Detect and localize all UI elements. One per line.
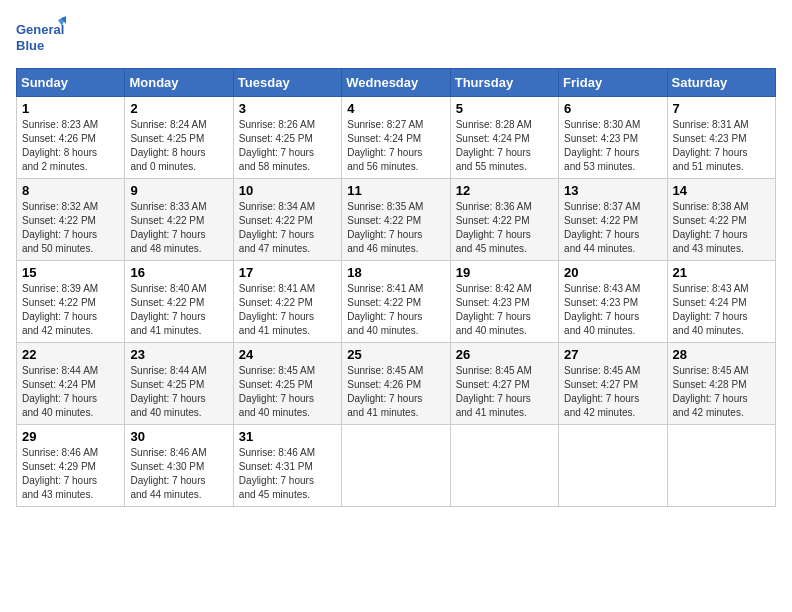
day-number: 27 xyxy=(564,347,661,362)
weekday-header: Thursday xyxy=(450,69,558,97)
calendar-cell: 16Sunrise: 8:40 AMSunset: 4:22 PMDayligh… xyxy=(125,261,233,343)
day-number: 16 xyxy=(130,265,227,280)
calendar-week-row: 8Sunrise: 8:32 AMSunset: 4:22 PMDaylight… xyxy=(17,179,776,261)
calendar-cell: 11Sunrise: 8:35 AMSunset: 4:22 PMDayligh… xyxy=(342,179,450,261)
calendar-cell: 20Sunrise: 8:43 AMSunset: 4:23 PMDayligh… xyxy=(559,261,667,343)
day-info: Sunrise: 8:31 AMSunset: 4:23 PMDaylight:… xyxy=(673,119,749,172)
calendar-cell: 7Sunrise: 8:31 AMSunset: 4:23 PMDaylight… xyxy=(667,97,775,179)
day-info: Sunrise: 8:46 AMSunset: 4:30 PMDaylight:… xyxy=(130,447,206,500)
calendar-cell: 4Sunrise: 8:27 AMSunset: 4:24 PMDaylight… xyxy=(342,97,450,179)
day-info: Sunrise: 8:37 AMSunset: 4:22 PMDaylight:… xyxy=(564,201,640,254)
day-info: Sunrise: 8:27 AMSunset: 4:24 PMDaylight:… xyxy=(347,119,423,172)
day-info: Sunrise: 8:26 AMSunset: 4:25 PMDaylight:… xyxy=(239,119,315,172)
day-info: Sunrise: 8:28 AMSunset: 4:24 PMDaylight:… xyxy=(456,119,532,172)
svg-text:General: General xyxy=(16,22,64,37)
logo-icon: General Blue xyxy=(16,16,66,60)
calendar-cell: 8Sunrise: 8:32 AMSunset: 4:22 PMDaylight… xyxy=(17,179,125,261)
calendar-week-row: 1Sunrise: 8:23 AMSunset: 4:26 PMDaylight… xyxy=(17,97,776,179)
day-number: 21 xyxy=(673,265,770,280)
day-info: Sunrise: 8:39 AMSunset: 4:22 PMDaylight:… xyxy=(22,283,98,336)
day-number: 8 xyxy=(22,183,119,198)
day-info: Sunrise: 8:36 AMSunset: 4:22 PMDaylight:… xyxy=(456,201,532,254)
calendar-cell: 30Sunrise: 8:46 AMSunset: 4:30 PMDayligh… xyxy=(125,425,233,507)
day-number: 9 xyxy=(130,183,227,198)
calendar-cell: 2Sunrise: 8:24 AMSunset: 4:25 PMDaylight… xyxy=(125,97,233,179)
day-info: Sunrise: 8:43 AMSunset: 4:24 PMDaylight:… xyxy=(673,283,749,336)
page-header: General Blue xyxy=(16,16,776,60)
day-number: 29 xyxy=(22,429,119,444)
weekday-header: Tuesday xyxy=(233,69,341,97)
day-number: 23 xyxy=(130,347,227,362)
day-info: Sunrise: 8:35 AMSunset: 4:22 PMDaylight:… xyxy=(347,201,423,254)
day-number: 11 xyxy=(347,183,444,198)
calendar-week-row: 29Sunrise: 8:46 AMSunset: 4:29 PMDayligh… xyxy=(17,425,776,507)
day-info: Sunrise: 8:42 AMSunset: 4:23 PMDaylight:… xyxy=(456,283,532,336)
day-number: 1 xyxy=(22,101,119,116)
calendar-cell xyxy=(342,425,450,507)
day-info: Sunrise: 8:41 AMSunset: 4:22 PMDaylight:… xyxy=(239,283,315,336)
calendar-cell: 13Sunrise: 8:37 AMSunset: 4:22 PMDayligh… xyxy=(559,179,667,261)
calendar-cell: 1Sunrise: 8:23 AMSunset: 4:26 PMDaylight… xyxy=(17,97,125,179)
calendar-cell: 10Sunrise: 8:34 AMSunset: 4:22 PMDayligh… xyxy=(233,179,341,261)
day-number: 22 xyxy=(22,347,119,362)
calendar-cell: 3Sunrise: 8:26 AMSunset: 4:25 PMDaylight… xyxy=(233,97,341,179)
day-number: 4 xyxy=(347,101,444,116)
calendar-cell: 26Sunrise: 8:45 AMSunset: 4:27 PMDayligh… xyxy=(450,343,558,425)
calendar-cell: 27Sunrise: 8:45 AMSunset: 4:27 PMDayligh… xyxy=(559,343,667,425)
weekday-header: Sunday xyxy=(17,69,125,97)
day-number: 3 xyxy=(239,101,336,116)
day-info: Sunrise: 8:24 AMSunset: 4:25 PMDaylight:… xyxy=(130,119,206,172)
day-number: 14 xyxy=(673,183,770,198)
weekday-header: Friday xyxy=(559,69,667,97)
day-number: 28 xyxy=(673,347,770,362)
day-info: Sunrise: 8:45 AMSunset: 4:26 PMDaylight:… xyxy=(347,365,423,418)
calendar-cell: 21Sunrise: 8:43 AMSunset: 4:24 PMDayligh… xyxy=(667,261,775,343)
day-number: 7 xyxy=(673,101,770,116)
calendar-table: SundayMondayTuesdayWednesdayThursdayFrid… xyxy=(16,68,776,507)
calendar-cell: 12Sunrise: 8:36 AMSunset: 4:22 PMDayligh… xyxy=(450,179,558,261)
day-number: 31 xyxy=(239,429,336,444)
logo: General Blue xyxy=(16,16,66,60)
day-number: 25 xyxy=(347,347,444,362)
day-info: Sunrise: 8:45 AMSunset: 4:28 PMDaylight:… xyxy=(673,365,749,418)
calendar-cell: 23Sunrise: 8:44 AMSunset: 4:25 PMDayligh… xyxy=(125,343,233,425)
day-number: 13 xyxy=(564,183,661,198)
day-number: 2 xyxy=(130,101,227,116)
calendar-cell: 14Sunrise: 8:38 AMSunset: 4:22 PMDayligh… xyxy=(667,179,775,261)
calendar-cell: 31Sunrise: 8:46 AMSunset: 4:31 PMDayligh… xyxy=(233,425,341,507)
day-info: Sunrise: 8:41 AMSunset: 4:22 PMDaylight:… xyxy=(347,283,423,336)
day-number: 6 xyxy=(564,101,661,116)
day-info: Sunrise: 8:44 AMSunset: 4:25 PMDaylight:… xyxy=(130,365,206,418)
calendar-week-row: 22Sunrise: 8:44 AMSunset: 4:24 PMDayligh… xyxy=(17,343,776,425)
calendar-cell: 22Sunrise: 8:44 AMSunset: 4:24 PMDayligh… xyxy=(17,343,125,425)
day-info: Sunrise: 8:38 AMSunset: 4:22 PMDaylight:… xyxy=(673,201,749,254)
calendar-cell xyxy=(667,425,775,507)
day-number: 26 xyxy=(456,347,553,362)
calendar-cell xyxy=(450,425,558,507)
day-info: Sunrise: 8:40 AMSunset: 4:22 PMDaylight:… xyxy=(130,283,206,336)
weekday-header: Saturday xyxy=(667,69,775,97)
day-info: Sunrise: 8:23 AMSunset: 4:26 PMDaylight:… xyxy=(22,119,98,172)
day-info: Sunrise: 8:34 AMSunset: 4:22 PMDaylight:… xyxy=(239,201,315,254)
day-number: 15 xyxy=(22,265,119,280)
calendar-cell: 19Sunrise: 8:42 AMSunset: 4:23 PMDayligh… xyxy=(450,261,558,343)
calendar-cell: 6Sunrise: 8:30 AMSunset: 4:23 PMDaylight… xyxy=(559,97,667,179)
day-info: Sunrise: 8:46 AMSunset: 4:31 PMDaylight:… xyxy=(239,447,315,500)
day-number: 18 xyxy=(347,265,444,280)
weekday-header: Monday xyxy=(125,69,233,97)
calendar-cell: 9Sunrise: 8:33 AMSunset: 4:22 PMDaylight… xyxy=(125,179,233,261)
calendar-week-row: 15Sunrise: 8:39 AMSunset: 4:22 PMDayligh… xyxy=(17,261,776,343)
day-number: 12 xyxy=(456,183,553,198)
calendar-cell: 15Sunrise: 8:39 AMSunset: 4:22 PMDayligh… xyxy=(17,261,125,343)
day-number: 30 xyxy=(130,429,227,444)
day-info: Sunrise: 8:45 AMSunset: 4:25 PMDaylight:… xyxy=(239,365,315,418)
calendar-cell: 25Sunrise: 8:45 AMSunset: 4:26 PMDayligh… xyxy=(342,343,450,425)
calendar-cell: 24Sunrise: 8:45 AMSunset: 4:25 PMDayligh… xyxy=(233,343,341,425)
day-number: 10 xyxy=(239,183,336,198)
svg-text:Blue: Blue xyxy=(16,38,44,53)
weekday-header: Wednesday xyxy=(342,69,450,97)
weekday-header-row: SundayMondayTuesdayWednesdayThursdayFrid… xyxy=(17,69,776,97)
day-info: Sunrise: 8:32 AMSunset: 4:22 PMDaylight:… xyxy=(22,201,98,254)
calendar-cell xyxy=(559,425,667,507)
calendar-cell: 29Sunrise: 8:46 AMSunset: 4:29 PMDayligh… xyxy=(17,425,125,507)
